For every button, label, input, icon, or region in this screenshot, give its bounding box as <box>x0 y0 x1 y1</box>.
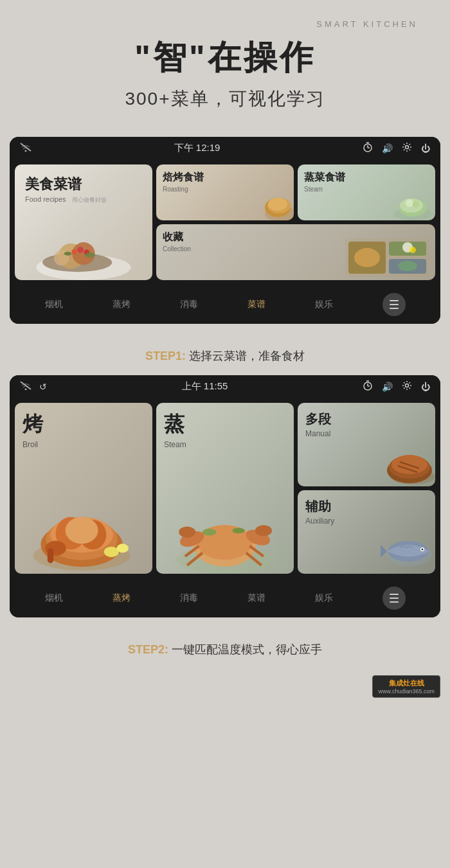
steam-title-zh2: 蒸 <box>164 411 184 439</box>
power-icon: ⏻ <box>421 143 430 154</box>
svg-point-51 <box>116 544 129 553</box>
screen-content-2: 烤 Broil <box>10 398 440 579</box>
svg-point-15 <box>85 252 95 258</box>
broil-card[interactable]: 烤 Broil <box>15 403 152 574</box>
nav-bar-1: 烟机 蒸烤 消毒 菜谱 娱乐 <box>10 285 440 324</box>
nav-item-yanji-2[interactable]: 烟机 <box>45 592 63 604</box>
nav-bar-2: 烟机 蒸烤 消毒 菜谱 娱乐 <box>10 579 440 617</box>
collection-card[interactable]: 收藏 Collection <box>156 224 435 280</box>
step2-text: 一键匹配温度模式，得心应手 <box>172 643 322 656</box>
svg-point-1 <box>25 150 27 152</box>
nav-menu-button-2[interactable] <box>382 587 406 610</box>
manual-title-en: Manual <box>305 429 330 438</box>
steam-mode-card[interactable]: 蒸 Steam <box>156 403 294 574</box>
svg-point-16 <box>64 252 72 256</box>
svg-point-6 <box>406 146 409 149</box>
step1-text: 选择云菜谱，准备食材 <box>189 350 305 362</box>
volume-icon-2: 🔊 <box>382 382 393 392</box>
svg-point-56 <box>179 527 195 538</box>
broil-food-illustration <box>15 471 152 574</box>
status-icons-1: 🔊 ⏻ <box>363 142 430 154</box>
watermark-url: www.chudian365.com <box>378 688 435 695</box>
step1-num: STEP1: <box>145 350 186 362</box>
step1-label: STEP1: 选择云菜谱，准备食材 <box>0 337 450 375</box>
steam-title-en2: Steam <box>164 440 186 449</box>
step2-label: STEP2: 一键匹配温度模式，得心应手 <box>0 630 450 669</box>
manual-title-zh: 多段 <box>305 411 331 428</box>
manual-card[interactable]: 多段 Manual <box>298 403 435 486</box>
manual-food-img <box>377 435 435 486</box>
svg-point-20 <box>268 198 287 211</box>
header-section: SMART KITCHEN "智"在操作 300+菜单，可视化学习 <box>0 0 450 137</box>
timer-icon <box>363 142 373 154</box>
steam-card[interactable]: 蒸菜食谱 Steam <box>298 164 435 220</box>
svg-point-47 <box>66 517 98 544</box>
svg-point-25 <box>413 201 419 208</box>
watermark-section: 集成灶在线 www.chudian365.com <box>0 669 450 704</box>
screen-content-1: 美食菜谱 Food recipes 用心做餐好饭 <box>10 159 440 285</box>
nav-item-yule-2[interactable]: 娱乐 <box>315 592 333 604</box>
main-card-title-zh: 美食菜谱 <box>25 175 142 194</box>
brand-label: SMART KITCHEN <box>13 19 437 29</box>
time-display-1: 下午 12:19 <box>39 142 355 154</box>
nav-item-yanji[interactable]: 烟机 <box>45 299 63 310</box>
broil-title-en: Broil <box>22 440 38 449</box>
nav-item-caipu[interactable]: 菜谱 <box>248 299 266 310</box>
broil-title-zh: 烤 <box>22 411 43 439</box>
screen-mockup-1: 下午 12:19 🔊 ⏻ <box>10 137 440 324</box>
main-recipe-card[interactable]: 美食菜谱 Food recipes 用心做餐好饭 <box>15 164 152 280</box>
nav-item-xiaodu[interactable]: 消毒 <box>180 299 198 310</box>
auxiliary-title-en: Auxiliary <box>305 517 334 526</box>
step2-num: STEP2: <box>128 643 168 656</box>
nav-item-zhengkao-2[interactable]: 蒸烤 <box>113 592 130 604</box>
watermark-badge: 集成灶在线 www.chudian365.com <box>372 675 440 698</box>
nav-menu-button-1[interactable] <box>382 293 406 316</box>
main-food-illustration <box>15 211 152 280</box>
svg-point-40 <box>406 384 409 387</box>
collection-food-img <box>339 232 435 280</box>
main-card-title-en: Food recipes 用心做餐好饭 <box>25 195 142 204</box>
settings-icon <box>402 142 412 154</box>
svg-point-30 <box>354 248 380 267</box>
auxiliary-food-img <box>377 522 435 574</box>
nav-item-zhengkao[interactable]: 蒸烤 <box>113 299 130 310</box>
auxiliary-title-zh: 辅助 <box>305 498 331 515</box>
screen-mockup-2: ↺ 上午 11:55 🔊 <box>10 375 440 617</box>
svg-point-33 <box>398 261 417 271</box>
steam-food-img <box>387 179 435 220</box>
svg-point-58 <box>255 525 272 536</box>
nav-item-caipu-2[interactable]: 菜谱 <box>248 592 266 604</box>
svg-rect-49 <box>48 549 53 563</box>
wifi-icon-2 <box>20 381 32 392</box>
sub-title: 300+菜单，可视化学习 <box>13 87 437 111</box>
cooking-grid: 烤 Broil <box>15 403 435 574</box>
svg-point-74 <box>422 549 424 551</box>
volume-icon: 🔊 <box>382 143 393 154</box>
nav-item-xiaodu-2[interactable]: 消毒 <box>180 592 198 604</box>
roasting-food-img <box>246 179 294 220</box>
refresh-icon: ↺ <box>39 382 47 392</box>
timer-icon-2 <box>363 380 373 393</box>
svg-point-12 <box>77 247 84 253</box>
roasting-card[interactable]: 焙烤食谱 Roasting <box>156 164 294 220</box>
status-icons-2: 🔊 ⏻ <box>363 380 430 393</box>
svg-point-50 <box>104 547 119 557</box>
status-bar-1: 下午 12:19 🔊 ⏻ <box>10 137 440 159</box>
power-icon-2: ⏻ <box>421 382 430 392</box>
svg-point-63 <box>203 529 217 536</box>
svg-point-24 <box>406 199 413 207</box>
nav-item-yule[interactable]: 娱乐 <box>315 299 333 310</box>
recipe-grid: 美食菜谱 Food recipes 用心做餐好饭 <box>15 164 435 280</box>
svg-point-32 <box>410 247 416 253</box>
steam-food-illustration <box>156 463 294 574</box>
svg-point-13 <box>71 249 76 254</box>
main-title: "智"在操作 <box>13 35 437 80</box>
auxiliary-card[interactable]: 辅助 Auxiliary <box>298 490 435 574</box>
time-display-2: 上午 11:55 <box>55 380 355 393</box>
wifi-icon <box>20 143 32 154</box>
svg-point-35 <box>25 389 27 391</box>
status-bar-2: ↺ 上午 11:55 🔊 <box>10 375 440 398</box>
settings-icon-2 <box>402 380 412 393</box>
page-wrapper: SMART KITCHEN "智"在操作 300+菜单，可视化学习 下午 12:… <box>0 0 450 723</box>
watermark-logo: 集成灶在线 <box>389 678 424 688</box>
